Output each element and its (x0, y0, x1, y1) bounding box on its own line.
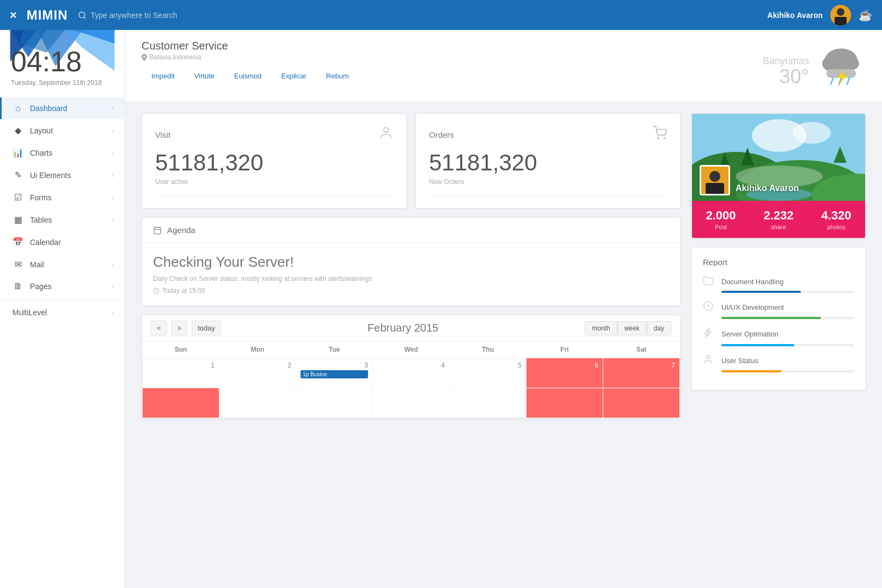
svg-point-43 (707, 356, 710, 359)
cal-day-cell-highlight[interactable]: 7 (603, 358, 680, 388)
avatar[interactable] (830, 5, 851, 26)
pages-icon: 🗎 (13, 281, 23, 291)
svg-point-20 (658, 138, 659, 139)
sidebar-item-label: MultiLevel (13, 308, 105, 317)
close-icon[interactable]: × (10, 8, 17, 22)
topnav: × MIMIN Akihiko Avaron ☕ (0, 0, 882, 30)
cal-day-cell[interactable]: 1 (143, 358, 219, 388)
forms-icon: ☑ (13, 192, 23, 203)
sidebar-item-pages[interactable]: 🗎 Pages › (0, 275, 125, 297)
profile-post-label: Post (696, 224, 745, 230)
sidebar-item-mail[interactable]: ✉ Mail › (0, 253, 125, 275)
cal-day-cell[interactable] (219, 388, 296, 418)
page-subtitle: Batavia,Indonesia (142, 53, 359, 61)
cal-header-thu: Thu (450, 341, 526, 358)
cal-day-cell[interactable]: 5 (450, 358, 526, 388)
calendar-view-buttons: month week day (585, 321, 671, 335)
sidebar-item-layout[interactable]: ◆ Layout › (0, 119, 125, 142)
calendar-today-button[interactable]: today (192, 321, 221, 335)
user-icon (379, 126, 393, 143)
calendar-day-button[interactable]: day (647, 321, 671, 335)
cal-event[interactable]: 1p Busine (301, 370, 368, 378)
lightning-icon (703, 327, 716, 341)
app-logo: MIMIN (27, 8, 68, 23)
profile-card: Akihiko Avaron 2.000 Post 2.232 share 4.… (691, 113, 866, 238)
svg-point-19 (384, 127, 389, 132)
tab-virtute[interactable]: Virtute (185, 68, 224, 85)
report-uiux-bar-track (721, 317, 854, 319)
profile-name: Akihiko Avaron (736, 183, 799, 193)
sidebar-item-calendar[interactable]: 📅 Calendar (0, 231, 125, 253)
agenda-card: Agenda Checking Your Server! Daily Check… (142, 217, 681, 306)
agenda-header: Agenda (142, 218, 680, 243)
agenda-header-title: Agenda (167, 225, 195, 235)
cal-day-cell[interactable]: 2 (219, 358, 296, 388)
cal-header-sat: Sat (603, 341, 680, 358)
tab-rebum[interactable]: Rebum (316, 68, 359, 85)
calendar-next-button[interactable]: > (171, 321, 188, 335)
cal-header-tue: Tue (296, 341, 373, 358)
sidebar-item-dashboard[interactable]: ⌂ Dashboard › (0, 97, 125, 119)
report-item-user: User Status (703, 354, 854, 372)
search-input[interactable] (91, 11, 211, 20)
cal-day-cell-highlight[interactable]: 6 (526, 358, 603, 388)
calendar-week-button[interactable]: week (617, 321, 647, 335)
cal-day-cell-highlight[interactable] (143, 388, 219, 418)
report-item-doc-header: Document Handling (703, 275, 854, 288)
chevron-right-icon: › (112, 127, 114, 134)
calendar-prev-button[interactable]: < (151, 321, 167, 335)
page-header-left: Customer Service Batavia,Indonesia Imped… (142, 40, 359, 85)
tab-impedit[interactable]: Impedit (142, 68, 185, 85)
cal-day-cell-highlight[interactable] (526, 388, 603, 418)
svg-rect-40 (706, 183, 724, 194)
cal-day-cell-highlight[interactable] (603, 388, 680, 418)
cal-header-fri: Fri (526, 341, 603, 358)
sidebar-nav: ⌂ Dashboard › ◆ Layout › 📊 Charts › ✎ Ui… (0, 92, 125, 588)
svg-rect-4 (835, 17, 847, 26)
cup-icon[interactable]: ☕ (859, 9, 872, 22)
cal-day-cell[interactable]: 31p Busine (296, 358, 373, 388)
cal-day-cell[interactable] (450, 388, 526, 418)
report-doc-label: Document Handling (721, 278, 783, 286)
home-icon: ⌂ (13, 103, 23, 113)
calendar-icon: 📅 (13, 237, 23, 247)
topnav-right: Akihiko Avaron ☕ (767, 5, 872, 26)
visit-title: Visit (155, 130, 170, 139)
stat-cards: Visit 51181,320 User active Orders (142, 113, 681, 209)
weather-widget: Banyumas 30° (763, 40, 866, 102)
tables-icon: ▦ (13, 215, 23, 225)
tab-euismod[interactable]: Euismod (224, 68, 272, 85)
chevron-right-icon: › (112, 194, 114, 201)
weather-icon (817, 45, 866, 96)
username-label: Akihiko Avaron (767, 11, 823, 20)
orders-card: Orders 51181,320 New Orders (415, 113, 681, 209)
cal-day-cell[interactable] (373, 388, 450, 418)
folder-icon (703, 275, 716, 288)
profile-stats: 2.000 Post 2.232 share 4.320 photos (692, 201, 865, 238)
svg-line-15 (831, 78, 833, 84)
sidebar-time: 04:18 (11, 47, 114, 76)
report-item-doc: Document Handling (703, 275, 854, 293)
sidebar-item-multilevel[interactable]: MultiLevel › (0, 302, 125, 323)
profile-post-value: 2.000 (696, 209, 745, 223)
cal-header-mon: Mon (219, 341, 296, 358)
report-item-server-header: Server Optimation (703, 327, 854, 341)
sidebar-item-label: Layout (30, 126, 105, 135)
tab-explicar[interactable]: Explicar (272, 68, 316, 85)
cal-day-cell[interactable]: 4 (373, 358, 450, 388)
sidebar-item-label: Charts (30, 149, 105, 157)
sidebar-item-charts[interactable]: 📊 Charts › (0, 142, 125, 164)
profile-share-label: share (754, 224, 803, 230)
profile-photos-label: photos (812, 224, 861, 230)
sidebar-item-forms[interactable]: ☑ Forms › (0, 186, 125, 209)
search-icon (78, 11, 87, 20)
calendar-month-button[interactable]: month (585, 321, 617, 335)
svg-point-29 (793, 122, 831, 144)
report-server-bar-fill (721, 344, 794, 346)
svg-point-13 (842, 57, 859, 70)
report-uiux-bar-fill (721, 317, 821, 319)
calendar-title: February 2015 (225, 322, 580, 334)
sidebar-item-ui-elements[interactable]: ✎ Ui Elements › (0, 164, 125, 186)
sidebar-item-tables[interactable]: ▦ Tables › (0, 209, 125, 231)
cal-day-cell[interactable] (296, 388, 373, 418)
